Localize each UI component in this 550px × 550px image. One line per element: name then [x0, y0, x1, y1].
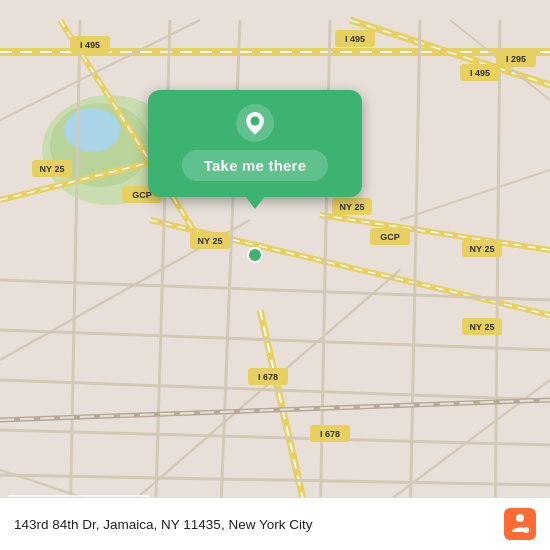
svg-text:I 495: I 495: [80, 40, 100, 50]
svg-text:NY 25: NY 25: [340, 202, 365, 212]
map-svg: I 495 I 495 I 495 I 295 NY 25 NY 25 NY 2…: [0, 0, 550, 550]
svg-text:NY 25: NY 25: [470, 244, 495, 254]
take-me-there-button[interactable]: Take me there: [182, 150, 328, 181]
moovit-logo: [504, 508, 536, 540]
svg-text:I 495: I 495: [470, 68, 490, 78]
svg-text:NY 25: NY 25: [198, 236, 223, 246]
svg-text:NY 25: NY 25: [40, 164, 65, 174]
svg-point-69: [523, 527, 529, 533]
bottom-bar: 143rd 84th Dr, Jamaica, NY 11435, New Yo…: [0, 497, 550, 550]
moovit-icon: [504, 508, 536, 540]
svg-point-64: [248, 248, 262, 262]
svg-point-66: [251, 117, 260, 126]
map-popup: Take me there: [148, 90, 362, 197]
svg-text:NY 25: NY 25: [470, 322, 495, 332]
svg-rect-67: [504, 508, 536, 540]
svg-text:I 495: I 495: [345, 34, 365, 44]
svg-text:I 678: I 678: [258, 372, 278, 382]
map-container: I 495 I 495 I 495 I 295 NY 25 NY 25 NY 2…: [0, 0, 550, 550]
svg-text:GCP: GCP: [380, 232, 400, 242]
address-label: 143rd 84th Dr, Jamaica, NY 11435, New Yo…: [14, 517, 504, 532]
svg-point-68: [516, 514, 524, 522]
svg-text:I 678: I 678: [320, 429, 340, 439]
svg-point-3: [64, 108, 120, 152]
svg-text:GCP: GCP: [132, 190, 152, 200]
location-pin-icon: [236, 104, 274, 142]
svg-text:I 295: I 295: [506, 54, 526, 64]
